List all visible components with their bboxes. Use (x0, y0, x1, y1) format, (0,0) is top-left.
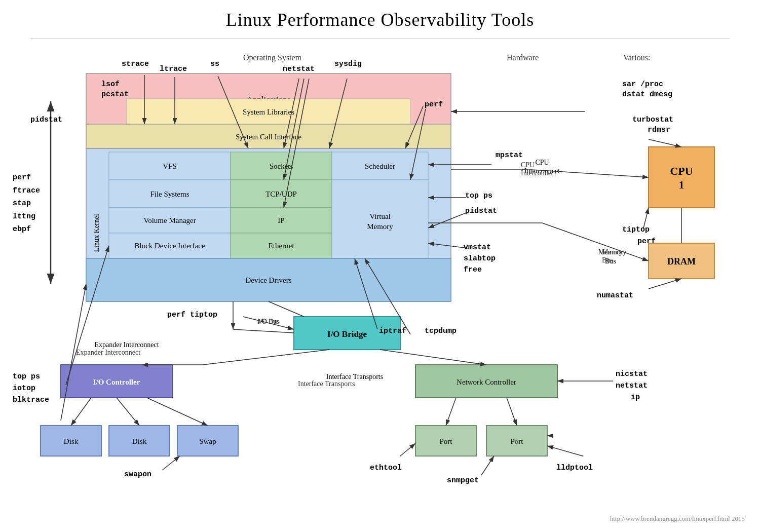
svg-rect-19 (231, 152, 332, 180)
tool-swapon: swapon (124, 470, 151, 479)
svg-rect-23 (231, 208, 332, 233)
svg-rect-9 (86, 148, 451, 301)
svg-line-99 (365, 258, 410, 334)
svg-line-102 (643, 208, 649, 228)
svg-line-92 (507, 398, 517, 426)
svg-line-66 (284, 79, 299, 148)
svg-line-87 (380, 350, 486, 365)
svg-text:Disk: Disk (64, 437, 79, 445)
svg-rect-29 (332, 180, 428, 258)
svg-text:Ethernet: Ethernet (269, 242, 295, 250)
svg-rect-34 (649, 147, 714, 208)
tool-lldptool: lldptool (556, 464, 593, 472)
tool-iostat: top ps (13, 372, 40, 381)
tool-netstat-top: netstat (283, 65, 315, 73)
svg-rect-5 (127, 99, 410, 124)
svg-rect-47 (61, 365, 172, 398)
svg-text:VFS: VFS (163, 162, 177, 170)
svg-line-84 (233, 329, 294, 333)
tool-pcstat: pcstat (101, 90, 129, 99)
tool-ip: ip (631, 393, 640, 402)
svg-text:Swap: Swap (199, 437, 216, 445)
tool-nicstat: nicstat (616, 370, 648, 378)
svg-rect-60 (486, 426, 547, 456)
svg-text:Applications: Applications (247, 95, 291, 104)
svg-text:IP: IP (278, 216, 284, 224)
svg-line-71 (410, 109, 426, 180)
tool-pidstat-right: pidstat (465, 207, 497, 215)
svg-text:Memory: Memory (367, 222, 393, 231)
svg-text:TCP/UDP: TCP/UDP (265, 190, 297, 198)
svg-text:I/O Bridge: I/O Bridge (327, 329, 367, 339)
svg-text:DRAM: DRAM (667, 256, 696, 267)
svg-rect-3 (86, 73, 451, 124)
svg-rect-25 (231, 233, 332, 258)
svg-text:Block Device Interface: Block Device Interface (134, 242, 205, 250)
tool-perf-tiptop: perf tiptop (167, 311, 217, 319)
svg-rect-11 (109, 152, 231, 180)
svg-rect-15 (109, 208, 231, 233)
svg-line-90 (147, 398, 208, 426)
io-bus-label: I/O Bus (257, 318, 280, 326)
svg-line-69 (329, 79, 347, 148)
svg-line-68 (284, 79, 309, 208)
svg-text:CPU: CPU (670, 165, 693, 177)
svg-text:I/O Controller: I/O Controller (93, 378, 140, 386)
svg-text:Volume Manager: Volume Manager (143, 216, 196, 224)
tool-lsof: lsof (101, 80, 120, 89)
svg-line-97 (547, 446, 583, 456)
tool-sysdig: sysdig (334, 60, 362, 68)
tool-tiptop: tiptop (622, 225, 650, 234)
svg-line-85 (203, 350, 329, 365)
cpu-interconnect-label: CPUInterconnect (521, 161, 556, 177)
svg-text:Port: Port (439, 437, 452, 445)
svg-rect-13 (109, 180, 231, 208)
tool-netstat-bot: netstat (616, 382, 648, 390)
svg-text:Linux Kernel: Linux Kernel (93, 214, 100, 252)
svg-rect-56 (415, 365, 557, 398)
tool-iptraf: iptraf (379, 327, 406, 335)
tool-sar-proc: sar /proc (622, 80, 663, 89)
svg-line-91 (446, 398, 456, 426)
svg-line-82 (269, 301, 304, 317)
tool-tcpdump: tcpdump (425, 327, 457, 335)
svg-text:Disk: Disk (132, 437, 147, 445)
os-section-label: Operating System (243, 53, 301, 62)
tool-perf-ftrace: perfftracestaplttngebpf (13, 171, 40, 236)
svg-text:Network Controller: Network Controller (457, 378, 516, 386)
tool-ethtool: ethtool (370, 464, 402, 472)
interface-transports-label: Interface Transports (298, 380, 355, 388)
svg-line-95 (481, 456, 494, 475)
svg-line-74 (428, 243, 469, 248)
tool-mpstat: mpstat (496, 151, 523, 160)
svg-text:Scheduler: Scheduler (365, 162, 395, 170)
tool-vmstat: vmstat (464, 243, 491, 252)
svg-rect-51 (109, 426, 170, 456)
memory-bus-label: MemoryBus (602, 248, 626, 264)
tool-rdmsr: rdmsr (648, 126, 670, 134)
svg-line-65 (218, 76, 248, 148)
footnote: http://www.brendangregg.com/linuxperf.ht… (610, 515, 745, 523)
svg-line-89 (117, 398, 139, 426)
tool-dstat-dmesg: dstat dmesg (622, 90, 672, 99)
svg-line-94 (400, 443, 415, 456)
tool-numastat: numastat (597, 291, 633, 300)
svg-text:Interface Transports: Interface Transports (326, 373, 383, 381)
svg-text:Port: Port (510, 437, 523, 445)
tool-top-ps: top ps (465, 192, 492, 200)
expander-label: Expander Interconnect (76, 349, 140, 357)
svg-line-88 (71, 398, 91, 426)
svg-text:Sockets: Sockets (270, 162, 293, 170)
svg-text:Virtual: Virtual (369, 212, 391, 220)
tool-strace: strace (122, 60, 149, 68)
svg-line-103 (649, 139, 681, 147)
svg-text:System Call Interface: System Call Interface (236, 133, 301, 141)
tool-blktrace: blktrace (13, 396, 49, 404)
tool-free: free (464, 265, 482, 274)
tool-pidstat-left: pidstat (30, 116, 62, 124)
tool-ss: ss (210, 60, 219, 68)
svg-line-98 (355, 258, 377, 329)
svg-rect-49 (41, 426, 101, 456)
tool-perf-right: perf (425, 100, 443, 109)
svg-line-100 (66, 246, 109, 385)
